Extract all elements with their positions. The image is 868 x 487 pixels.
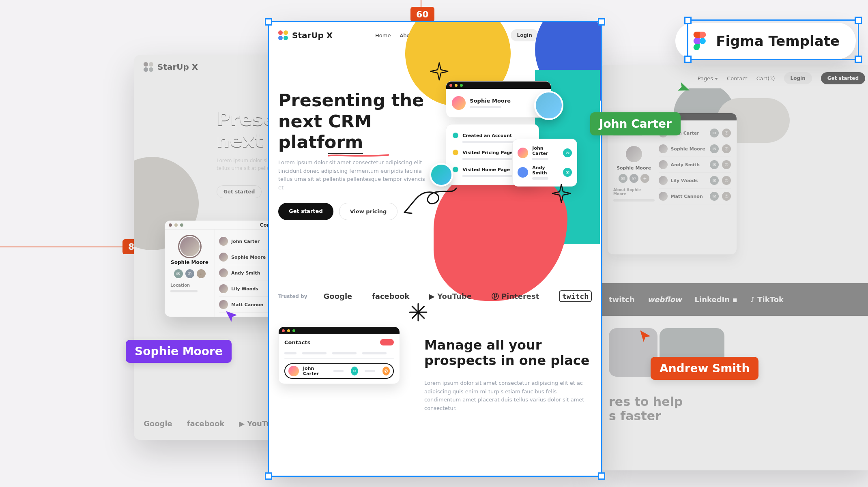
nav-home[interactable]: Home <box>375 32 391 39</box>
mail-icon: ✉ <box>351 367 358 375</box>
brand-icon <box>278 30 288 40</box>
phone-icon: ✆ <box>382 367 390 375</box>
contacts-title: Contacts <box>284 339 310 345</box>
mail-icon: ✉ <box>563 168 572 177</box>
avatar-large <box>534 91 563 120</box>
section2-body: Lorem ipsum dolor sit amet consectetur a… <box>424 379 592 413</box>
figma-logo-icon <box>692 32 708 50</box>
arrow-doodle-icon <box>401 180 458 217</box>
brand-name: StarUp X <box>292 30 333 40</box>
sparkle-icon <box>551 183 572 204</box>
contact-chip-name: John Carter <box>532 146 559 156</box>
profile-name: Sophie Moore <box>470 98 532 104</box>
toggle-icon <box>380 339 394 345</box>
section-manage-prospects: Contacts John Carter ✉ <box>269 326 602 418</box>
hero-primary-button[interactable]: Get started <box>278 203 333 220</box>
resize-handle-br[interactable] <box>855 56 862 63</box>
hero-illustration: Sophie Moore ✉ Created an Account Visite… <box>434 45 592 248</box>
logo-twitch: twitch <box>559 290 592 302</box>
cursor-orange-icon <box>638 329 652 343</box>
figma-canvas[interactable]: 800 60 StarUp X Presenext CR Lorem ipsum… <box>0 0 868 487</box>
hero-section: Presenting the next CRM platform Lorem i… <box>269 45 602 272</box>
sparkle-icon <box>430 62 449 81</box>
login-button[interactable]: Login <box>511 29 539 41</box>
section2-title: Manage all your prospects in one place <box>424 337 592 369</box>
avatar <box>452 96 466 110</box>
resize-handle-tr[interactable] <box>855 17 862 24</box>
trusted-label: Trusted by <box>278 294 307 299</box>
event-row: Created an Account <box>462 133 512 138</box>
asterisk-icon <box>408 302 428 322</box>
artboard-selected[interactable]: StarUp X Home About Pages Contact Cart(3… <box>269 22 602 476</box>
figma-badge[interactable]: Figma Template <box>675 23 856 59</box>
avatar <box>288 366 299 376</box>
cursor-label-john: John Carter <box>590 112 681 135</box>
hero-title: Presenting the next CRM platform <box>278 90 425 153</box>
figma-badge-label: Figma Template <box>716 33 840 49</box>
logo-pinterest: ⓟ Pinterest <box>492 292 539 301</box>
brand[interactable]: StarUp X <box>278 30 333 40</box>
event-row: Visited Home Page <box>462 167 510 172</box>
cursor-label-sophie: Sophie Moore <box>126 340 232 363</box>
contact-chip-name: Andy Smith <box>532 165 559 176</box>
contacts-preview-card: Contacts John Carter ✉ <box>278 326 400 384</box>
svg-point-4 <box>700 38 706 44</box>
event-row: Visited Pricing Page <box>462 150 513 155</box>
contact-chips-card: John Carter ✉ Andy Smith ✉ <box>512 139 577 187</box>
logo-google: Google <box>324 292 352 300</box>
trusted-section: Trusted by Google facebook ▶ YouTube ⓟ P… <box>269 272 602 326</box>
hero-secondary-button[interactable]: View pricing <box>339 203 398 220</box>
logo-facebook: facebook <box>372 292 409 300</box>
measurement-badge-top: 60 <box>410 7 434 22</box>
mail-icon: ✉ <box>563 148 572 157</box>
marker-underline-icon <box>328 154 389 158</box>
logo-youtube: ▶ YouTube <box>429 292 472 300</box>
measurement-guide-horizontal <box>0 247 122 247</box>
cursor-label-andrew: Andrew Smith <box>651 357 758 380</box>
cursor-purple-icon <box>224 308 240 324</box>
contact-name: John Carter <box>303 366 327 376</box>
